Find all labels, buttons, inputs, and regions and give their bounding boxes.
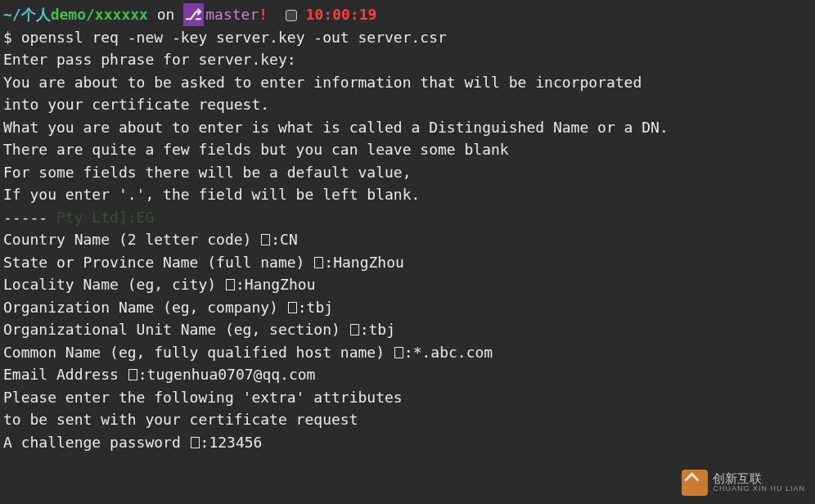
box-icon xyxy=(261,234,270,245)
input-line-ou: Organizational Unit Name (eg, section) :… xyxy=(3,318,812,341)
output-line: to be sent with your certificate request xyxy=(3,408,812,431)
output-line: Please enter the following 'extra' attri… xyxy=(3,386,812,409)
bang: ! xyxy=(259,6,268,23)
ghost-text: Pty Ltd]:EG xyxy=(47,209,154,226)
output-line: ----- Pty Ltd]:EG xyxy=(3,206,812,229)
input-line-country: Country Name (2 letter code) :CN xyxy=(3,228,812,251)
box-icon xyxy=(128,369,137,380)
branch-name: master xyxy=(205,6,259,23)
box-icon xyxy=(191,437,200,448)
box-icon xyxy=(394,347,403,358)
watermark-text: 创新互联 CHUANG XIN HU LIAN xyxy=(713,472,805,493)
watermark-sub: CHUANG XIN HU LIAN xyxy=(713,485,805,493)
input-line-org: Organization Name (eg, company) :tbj xyxy=(3,296,812,319)
watermark-logo-icon xyxy=(682,470,708,496)
command-line[interactable]: $ openssl req -new -key server.key -out … xyxy=(3,26,812,49)
box-icon xyxy=(288,302,297,313)
output-line: If you enter '.', the field will be left… xyxy=(3,183,812,206)
output-line: For some fields there will be a default … xyxy=(3,161,812,184)
output-line: Enter pass phrase for server.key: xyxy=(3,48,812,71)
watermark-brand: 创新互联 xyxy=(713,472,805,486)
input-line-cn: Common Name (eg, fully qualified host na… xyxy=(3,341,812,364)
on-text: on xyxy=(148,6,183,23)
input-line-state: State or Province Name (full name) :Hang… xyxy=(3,251,812,274)
box-icon xyxy=(350,324,359,335)
input-line-locality: Locality Name (eg, city) :HangZhou xyxy=(3,273,812,296)
path-home: ~/个人 xyxy=(3,6,51,23)
clock-icon xyxy=(286,10,297,21)
output-line: What you are about to enter is what is c… xyxy=(3,116,812,139)
input-line-challenge: A challenge password :123456 xyxy=(3,431,812,454)
prompt-line: ~/个人demo/xxxxxx on ⎇master! 10:00:19 xyxy=(3,3,812,26)
output-line: There are quite a few fields but you can… xyxy=(3,138,812,161)
watermark: 创新互联 CHUANG XIN HU LIAN xyxy=(682,470,805,496)
terminal[interactable]: ~/个人demo/xxxxxx on ⎇master! 10:00:19 $ o… xyxy=(3,3,812,453)
input-line-email: Email Address :tugenhua0707@qq.com xyxy=(3,363,812,386)
output-line: You are about to be asked to enter infor… xyxy=(3,71,812,94)
box-icon xyxy=(314,257,323,268)
command-text: openssl req -new -key server.key -out se… xyxy=(21,29,447,46)
prompt-time: 10:00:19 xyxy=(306,6,377,23)
branch-icon: ⎇ xyxy=(183,3,204,26)
output-line: into your certificate request. xyxy=(3,93,812,116)
path-demo: demo/xxxxxx xyxy=(51,6,148,23)
ps1: $ xyxy=(3,29,21,46)
box-icon xyxy=(226,279,235,290)
